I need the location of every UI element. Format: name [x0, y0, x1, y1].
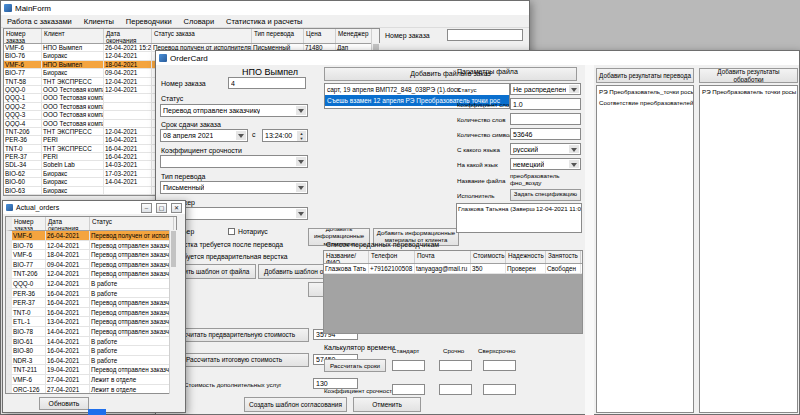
time-standard-input[interactable] [392, 360, 425, 371]
result-file-item[interactable]: РЭ Преобразователь_точки росы FAS-HC_dey [597, 86, 693, 97]
menu-item[interactable]: Работа с заказами [1, 15, 78, 28]
column-header[interactable]: Телефон [369, 251, 415, 263]
close-button[interactable] [171, 203, 182, 213]
checkbox-icon [228, 228, 235, 235]
table-cell: VMF-6 [12, 231, 46, 240]
complexity-input[interactable] [510, 98, 581, 110]
file-status-select[interactable]: Не распределен [510, 83, 581, 95]
filename-value: преобразователь фно_возду [510, 173, 581, 186]
actual-orders-titlebar[interactable]: Actual_orders [3, 201, 185, 214]
notary-checkbox[interactable]: Нотариус [228, 228, 268, 235]
table-cell: TNT-0 [12, 308, 46, 317]
minimize-button[interactable] [141, 203, 152, 213]
calc-deadlines-button[interactable]: Рассчитать сроки [324, 359, 386, 372]
table-cell: Перевод отправлен заказчику [90, 298, 174, 307]
actual-orders-scrollbar[interactable] [169, 230, 177, 394]
column-header[interactable]: Статус заказа [152, 29, 252, 43]
column-header[interactable]: Почта [415, 251, 471, 263]
chevron-down-icon [569, 85, 579, 93]
column-header[interactable]: Стоимость [471, 251, 506, 263]
add-files-to-order-button[interactable]: Добавить файлы в заказ [324, 67, 577, 81]
table-row[interactable]: NDR-316-04-2021В работе [6, 356, 176, 366]
create-approval-template-button[interactable]: Создать шаблон согласования [244, 397, 347, 412]
table-row[interactable]: PER-3716-04-2021Перевод отправлен заказч… [6, 298, 176, 308]
table-cell: 27-04-2021 [46, 385, 90, 394]
table-row[interactable]: TNT-21119-04-2021Перевод отправлен заказ… [6, 365, 176, 375]
table-cell: 17-03-2021 [104, 170, 152, 177]
source-language-select[interactable]: русский [510, 143, 581, 155]
table-cell: Sobeln Lab [42, 161, 104, 168]
result-file-item[interactable]: Соответствие преобразователей.docx [597, 97, 693, 108]
table-row[interactable]: VMF-627-04-2021Лежит в отделе [6, 375, 176, 385]
order-search-label: Номер заказа [385, 32, 430, 39]
table-cell: ООО Тестовая компания [42, 86, 104, 93]
refresh-button[interactable]: Обновить [39, 397, 89, 410]
char-count-input[interactable] [510, 128, 581, 140]
order-search-input[interactable] [447, 29, 523, 41]
menu-item[interactable]: Клиенты [78, 15, 120, 28]
deadline-time-input[interactable]: 13:24:00 ▲▼ [262, 129, 308, 142]
menu-item[interactable]: Словари [178, 15, 220, 28]
scrollbar-thumb[interactable] [171, 231, 176, 267]
column-header[interactable]: Цена [304, 29, 336, 43]
table-cell: Биоракс [42, 170, 104, 177]
add-processing-results-button[interactable]: Добавить результаты обработки [699, 68, 798, 83]
column-header[interactable]: Дата окончания [46, 217, 90, 230]
file-list-item[interactable]: сарт, 19 апреля ВМП72_848_038РЭ (1).docx [325, 84, 509, 95]
table-row[interactable]: BIO-7612-04-2021Перевод отправлен заказч… [6, 241, 176, 251]
menu-item[interactable]: Статистика и расчеты [220, 15, 308, 28]
table-row[interactable]: Глазкова Татьяна (Завершено)12-04-2021 1… [457, 204, 581, 214]
table-cell: BIO-60 [4, 178, 42, 185]
add-translation-results-button[interactable]: Добавить результаты перевода [596, 68, 694, 83]
column-header[interactable]: Тип перевода [252, 29, 304, 43]
coef-super-urgent-input[interactable] [483, 384, 516, 395]
table-row[interactable]: PER-3616-04-2021В работе [6, 289, 176, 299]
urgency-select[interactable] [160, 155, 308, 168]
column-header[interactable]: Клиент [42, 29, 104, 43]
order-number-input[interactable] [228, 77, 306, 89]
column-header[interactable]: Дата окончания [104, 29, 152, 43]
cancel-button[interactable]: Отменить [353, 397, 421, 412]
column-header[interactable]: Название/ФИО [324, 251, 369, 263]
translation-type-select[interactable]: Письменный [160, 181, 308, 194]
time-urgent-input[interactable] [439, 360, 472, 371]
table-row[interactable]: TNT-20612-04-2021Перевод отправлен заказ… [6, 269, 176, 279]
table-cell: Перевод отправлен заказчику [90, 327, 174, 336]
table-row[interactable]: VMF-626-04-2021Перевод получен от исполн… [6, 231, 176, 241]
table-row[interactable]: QQQ-012-04-2021В работе [6, 279, 176, 289]
set-specification-button[interactable]: Задать спецификацию [510, 189, 581, 201]
table-row[interactable]: Глазкова Тать+79162100508tanyagag@mail.r… [324, 264, 582, 274]
column-header[interactable]: Номер заказа [4, 29, 42, 43]
table-row[interactable]: VMF-618-04-2021Перевод отправлен заказчи… [6, 250, 176, 260]
table-cell: Лежит в отделе [90, 375, 174, 384]
coef-urgent-input[interactable] [439, 384, 472, 395]
table-row[interactable]: TNT-016-04-2021Перевод отправлен заказчи… [6, 308, 176, 318]
table-row[interactable]: ETL-113-04-2021Перевод отправлен заказчи… [6, 317, 176, 327]
table-row[interactable]: BIO-6114-04-2021В работе [6, 337, 176, 347]
target-language-select[interactable]: немецкий [510, 158, 581, 170]
spinner-down-icon[interactable]: ▼ [297, 136, 306, 141]
time-super-urgent-input[interactable] [483, 360, 516, 371]
coef-standard-input[interactable] [392, 384, 425, 395]
ordercard-titlebar[interactable]: OrderCard [156, 51, 799, 65]
result-file-item[interactable]: РЭ Преобразователь точки росы FAS-HC_deu [700, 86, 797, 97]
table-cell: 12-04-2021 11:00 [535, 204, 581, 214]
column-header[interactable]: Номер заказа [12, 217, 46, 230]
column-header[interactable]: Занятость [546, 251, 581, 263]
column-header[interactable]: Статус [90, 217, 174, 230]
word-count-input[interactable] [510, 113, 581, 125]
table-row[interactable]: BIO-7814-04-2021Перевод отправлен заказч… [6, 327, 176, 337]
time-spinner[interactable]: ▲▼ [297, 131, 306, 140]
status-select[interactable]: Перевод отправлен заказчику [160, 104, 308, 117]
table-row[interactable]: BIO-8016-04-2021В работе [6, 346, 176, 356]
column-header[interactable]: Менеджер [336, 29, 372, 43]
deadline-date-picker[interactable]: 08 апреля 2021 [160, 129, 248, 142]
menu-item[interactable]: Переводчики [120, 15, 178, 28]
table-row[interactable]: BIO-7709-04-2021Перевод отправлен заказч… [6, 260, 176, 270]
table-cell: QQQ-0 [4, 86, 42, 93]
column-header[interactable]: Надежность [506, 251, 546, 263]
table-row[interactable]: ORC-12627-04-2021Лежит в отделе [6, 385, 176, 395]
table-cell: ООО Тестовая компания [42, 120, 104, 127]
mainform-titlebar[interactable]: MainForm [1, 1, 529, 15]
maximize-button[interactable] [156, 203, 167, 213]
